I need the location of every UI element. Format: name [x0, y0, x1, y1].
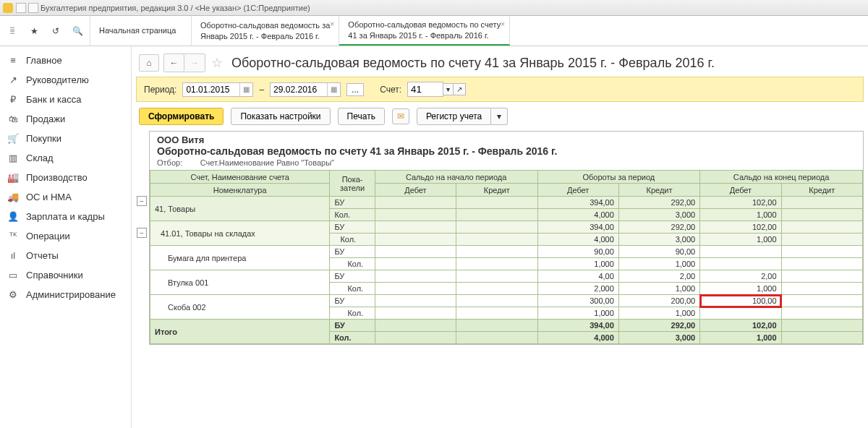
sidebar-item[interactable]: 🛒Покупки: [0, 129, 131, 148]
sidebar-item[interactable]: ᵀᴷОперации: [0, 226, 131, 246]
account-input[interactable]: [407, 82, 443, 97]
dropdown-icon[interactable]: ▾: [491, 108, 508, 125]
apps-icon[interactable]: ⦙⦙⦙: [6, 25, 19, 38]
table-row[interactable]: 41.01, Товары на складахБУ394,00292,0010…: [150, 221, 863, 234]
tab-label: Оборотно-сальдовая ведомость за: [200, 20, 330, 30]
page-title: Оборотно-сальдовая ведомость по счету 41…: [231, 56, 715, 71]
th-indicators: Пока- затели: [330, 171, 375, 197]
sidebar-item[interactable]: ılОтчеты: [0, 246, 131, 265]
th-account: Счет, Наименование счета: [150, 171, 330, 184]
dropdown-icon[interactable]: ▾: [443, 83, 454, 95]
settings-button[interactable]: Показать настройки: [231, 108, 330, 125]
calendar-icon[interactable]: ▦: [327, 83, 340, 96]
calendar-icon[interactable]: ▦: [239, 83, 252, 96]
sidebar-icon: 🚚: [7, 192, 19, 202]
quick-bar: ⦙⦙⦙ ★ ↺ 🔍: [0, 16, 90, 46]
sidebar-item[interactable]: 🏭Производство: [0, 168, 131, 187]
date-from-input[interactable]: [183, 83, 239, 96]
report-title: Оборотно-сальдовая ведомость по счету 41…: [157, 145, 856, 157]
report-table: Счет, Наименование счета Пока- затели Са…: [150, 170, 863, 344]
mail-icon[interactable]: ✉: [392, 108, 409, 124]
sidebar-label: Отчеты: [26, 250, 59, 261]
sidebar-item[interactable]: ↗Руководителю: [0, 70, 131, 90]
sidebar-icon: 👤: [7, 211, 19, 222]
sidebar-label: Главное: [26, 55, 62, 66]
sidebar-item[interactable]: ⚙Администрирование: [0, 285, 131, 304]
sidebar-item[interactable]: 👤Зарплата и кадры: [0, 207, 131, 226]
form-button[interactable]: Сформировать: [139, 108, 224, 125]
sidebar-icon: 🏭: [7, 172, 19, 183]
sidebar-item[interactable]: ≡Главное: [0, 51, 131, 70]
report-box: ООО Витя Оборотно-сальдовая ведомость по…: [149, 131, 864, 345]
sidebar-icon: ⚙: [7, 289, 19, 300]
th-end: Сальдо на конец периода: [700, 171, 863, 184]
sidebar-label: Покупки: [26, 133, 61, 144]
sidebar-icon: ₽: [7, 94, 19, 105]
tab-label: Оборотно-сальдовая ведомость по счету: [348, 20, 501, 30]
content: ⌂ ← → ☆ Оборотно-сальдовая ведомость по …: [132, 46, 868, 428]
date-to-input[interactable]: [271, 83, 327, 96]
window-titlebar: Бухгалтерия предприятия, редакция 3.0 / …: [0, 0, 868, 16]
star-icon[interactable]: ★: [27, 25, 41, 38]
window-title: Бухгалтерия предприятия, редакция 3.0 / …: [41, 4, 310, 12]
collapse-button[interactable]: −: [137, 196, 147, 206]
th-credit: Кредит: [456, 184, 537, 197]
sidebar-label: Администрирование: [26, 289, 116, 300]
sidebar-item[interactable]: 🛍Продажи: [0, 109, 131, 129]
table-row[interactable]: Бумага для принтераБУ90,0090,00: [150, 246, 863, 258]
date-to[interactable]: ▦: [270, 82, 341, 97]
sidebar-label: Склад: [26, 153, 54, 163]
titlebar-btn[interactable]: [16, 3, 26, 13]
sidebar-label: Продажи: [26, 114, 65, 124]
sidebar-icon: ▭: [7, 270, 19, 281]
toolbar: Сформировать Показать настройки Печать ✉…: [132, 102, 868, 131]
app-icon: [3, 3, 13, 13]
table-row[interactable]: 41, ТоварыБУ394,00292,00102,00: [150, 197, 863, 209]
top-row: ⦙⦙⦙ ★ ↺ 🔍 Начальная страница Оборотно-са…: [0, 16, 868, 46]
titlebar-btn[interactable]: [28, 3, 38, 13]
th-debit: Дебет: [375, 184, 456, 197]
tab-label: Начальная страница: [99, 25, 182, 35]
account-label: Счет:: [380, 85, 401, 95]
sidebar-icon: ᵀᴷ: [7, 231, 19, 241]
date-from[interactable]: ▦: [182, 82, 253, 97]
sidebar-icon: ↗: [7, 74, 19, 85]
sidebar-item[interactable]: ▭Справочники: [0, 265, 131, 285]
sidebar-item[interactable]: 🚚ОС и НМА: [0, 187, 131, 207]
sidebar-label: Руководителю: [26, 74, 89, 85]
favorite-icon[interactable]: ☆: [210, 56, 224, 70]
period-select-button[interactable]: ...: [346, 83, 364, 96]
search-icon[interactable]: 🔍: [71, 25, 84, 38]
th-debit: Дебет: [700, 184, 781, 197]
sidebar-icon: 🛒: [7, 133, 19, 144]
print-button[interactable]: Печать: [338, 108, 385, 125]
page-header: ⌂ ← → ☆ Оборотно-сальдовая ведомость по …: [132, 46, 868, 77]
period-label: Период:: [144, 85, 176, 95]
total-row: ИтогоБУ394,00292,00102,00: [150, 320, 863, 332]
sidebar-item[interactable]: ₽Банк и касса: [0, 90, 131, 109]
back-button[interactable]: ←: [164, 54, 184, 72]
th-debit: Дебет: [537, 184, 618, 197]
table-row[interactable]: Втулка 001БУ4,002,002,00: [150, 270, 863, 283]
th-credit: Кредит: [618, 184, 699, 197]
tab-home[interactable]: Начальная страница: [90, 16, 192, 46]
forward-button[interactable]: →: [184, 54, 205, 72]
tab-report-1[interactable]: Оборотно-сальдовая ведомость за Январь 2…: [192, 16, 339, 46]
close-icon[interactable]: ×: [330, 19, 334, 29]
sidebar-item[interactable]: ▥Склад: [0, 148, 131, 168]
register-button[interactable]: Регистр учета: [417, 108, 491, 125]
tab-report-2[interactable]: Оборотно-сальдовая ведомость по счету 41…: [339, 16, 510, 46]
open-icon[interactable]: ↗: [454, 83, 466, 95]
tab-sublabel: Январь 2015 г. - Февраль 2016 г.: [200, 31, 330, 41]
close-icon[interactable]: ×: [501, 19, 505, 29]
sidebar-label: Зарплата и кадры: [26, 211, 105, 222]
tabs: Начальная страница Оборотно-сальдовая ве…: [90, 16, 868, 46]
report-filter: Отбор: Счет.Наименование Равно "Товары": [157, 158, 856, 167]
dash: –: [259, 85, 264, 95]
table-row[interactable]: Скоба 002БУ300,00200,00100,00: [150, 295, 863, 307]
sidebar-label: ОС и НМА: [26, 192, 72, 202]
sidebar-label: Операции: [26, 231, 70, 241]
home-button[interactable]: ⌂: [139, 54, 159, 72]
collapse-button[interactable]: −: [137, 228, 147, 238]
history-icon[interactable]: ↺: [49, 25, 62, 38]
